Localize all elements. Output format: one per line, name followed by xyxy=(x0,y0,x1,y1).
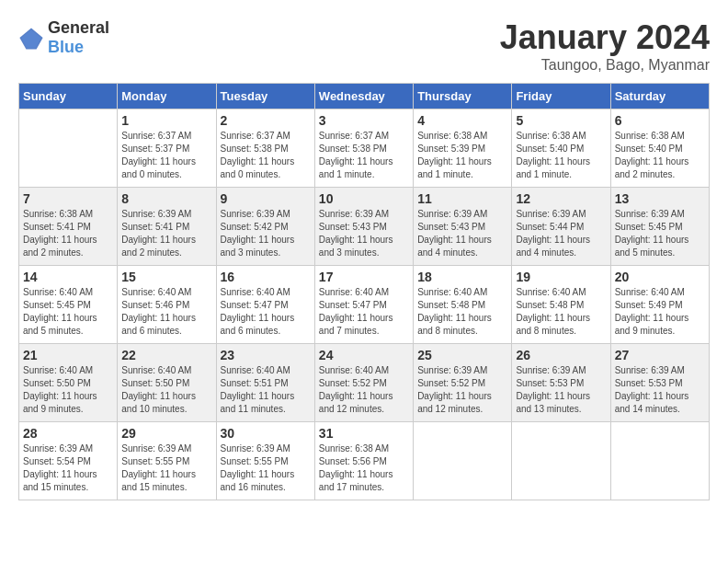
day-number: 4 xyxy=(417,113,507,128)
weekday-header-saturday: Saturday xyxy=(610,84,709,109)
day-number: 23 xyxy=(221,348,311,362)
calendar-cell: 16Sunrise: 6:40 AMSunset: 5:47 PMDayligh… xyxy=(216,266,314,344)
calendar-cell: 25Sunrise: 6:39 AMSunset: 5:52 PMDayligh… xyxy=(414,344,512,422)
day-info: Sunrise: 6:39 AMSunset: 5:44 PMDaylight:… xyxy=(516,208,606,259)
day-number: 14 xyxy=(23,270,113,284)
day-number: 16 xyxy=(221,270,311,284)
day-info: Sunrise: 6:40 AMSunset: 5:51 PMDaylight:… xyxy=(221,364,311,416)
day-info: Sunrise: 6:40 AMSunset: 5:45 PMDaylight:… xyxy=(23,286,113,338)
calendar-cell: 23Sunrise: 6:40 AMSunset: 5:51 PMDayligh… xyxy=(216,344,314,422)
day-number: 15 xyxy=(121,270,211,284)
day-info: Sunrise: 6:40 AMSunset: 5:49 PMDaylight:… xyxy=(615,286,705,338)
day-info: Sunrise: 6:38 AMSunset: 5:40 PMDaylight:… xyxy=(615,130,705,181)
day-info: Sunrise: 6:38 AMSunset: 5:41 PMDaylight:… xyxy=(23,208,113,259)
day-info: Sunrise: 6:39 AMSunset: 5:53 PMDaylight:… xyxy=(516,364,606,416)
day-number: 21 xyxy=(23,348,113,362)
day-info: Sunrise: 6:39 AMSunset: 5:43 PMDaylight:… xyxy=(319,208,409,259)
calendar-cell: 19Sunrise: 6:40 AMSunset: 5:48 PMDayligh… xyxy=(512,266,610,344)
day-number: 6 xyxy=(615,113,705,128)
day-info: Sunrise: 6:39 AMSunset: 5:55 PMDaylight:… xyxy=(121,442,211,494)
day-number: 8 xyxy=(121,191,211,206)
calendar-cell: 1Sunrise: 6:37 AMSunset: 5:37 PMDaylight… xyxy=(118,109,216,188)
day-number: 10 xyxy=(319,191,409,206)
calendar-cell xyxy=(19,109,118,188)
logo-general: General xyxy=(48,18,109,37)
logo-text: General Blue xyxy=(48,18,109,57)
calendar-cell: 9Sunrise: 6:39 AMSunset: 5:42 PMDaylight… xyxy=(216,188,314,266)
location-title: Taungoo, Bago, Myanmar xyxy=(500,57,710,74)
day-number: 3 xyxy=(319,113,409,128)
calendar-cell: 17Sunrise: 6:40 AMSunset: 5:47 PMDayligh… xyxy=(314,266,413,344)
day-number: 9 xyxy=(221,191,311,206)
day-info: Sunrise: 6:40 AMSunset: 5:48 PMDaylight:… xyxy=(417,286,507,338)
calendar-cell xyxy=(512,422,610,500)
calendar-cell: 5Sunrise: 6:38 AMSunset: 5:40 PMDaylight… xyxy=(512,109,610,188)
day-info: Sunrise: 6:39 AMSunset: 5:55 PMDaylight:… xyxy=(221,442,311,494)
day-number: 29 xyxy=(121,426,211,441)
weekday-header-tuesday: Tuesday xyxy=(216,84,314,109)
day-info: Sunrise: 6:37 AMSunset: 5:38 PMDaylight:… xyxy=(319,130,409,181)
calendar-week-row: 14Sunrise: 6:40 AMSunset: 5:45 PMDayligh… xyxy=(19,266,710,344)
calendar-cell: 15Sunrise: 6:40 AMSunset: 5:46 PMDayligh… xyxy=(118,266,216,344)
calendar-cell: 26Sunrise: 6:39 AMSunset: 5:53 PMDayligh… xyxy=(512,344,610,422)
weekday-header-wednesday: Wednesday xyxy=(314,84,413,109)
calendar-cell: 20Sunrise: 6:40 AMSunset: 5:49 PMDayligh… xyxy=(610,266,709,344)
calendar-cell: 7Sunrise: 6:38 AMSunset: 5:41 PMDaylight… xyxy=(19,188,118,266)
calendar-cell xyxy=(414,422,512,500)
weekday-header-thursday: Thursday xyxy=(414,84,512,109)
day-number: 24 xyxy=(319,348,409,362)
day-number: 22 xyxy=(121,348,211,362)
day-number: 30 xyxy=(221,426,311,441)
calendar-table: SundayMondayTuesdayWednesdayThursdayFrid… xyxy=(18,83,710,500)
day-info: Sunrise: 6:40 AMSunset: 5:48 PMDaylight:… xyxy=(516,286,606,338)
logo-blue: Blue xyxy=(48,38,84,56)
weekday-header-row: SundayMondayTuesdayWednesdayThursdayFrid… xyxy=(19,84,710,109)
day-info: Sunrise: 6:40 AMSunset: 5:47 PMDaylight:… xyxy=(221,286,311,338)
day-number: 2 xyxy=(221,113,311,128)
title-area: January 2024 Taungoo, Bago, Myanmar xyxy=(500,18,710,74)
weekday-header-friday: Friday xyxy=(512,84,610,109)
calendar-cell: 28Sunrise: 6:39 AMSunset: 5:54 PMDayligh… xyxy=(19,422,118,500)
day-number: 7 xyxy=(23,191,113,206)
calendar-cell: 8Sunrise: 6:39 AMSunset: 5:41 PMDaylight… xyxy=(118,188,216,266)
day-number: 26 xyxy=(516,348,606,362)
day-info: Sunrise: 6:40 AMSunset: 5:50 PMDaylight:… xyxy=(23,364,113,416)
calendar-cell: 13Sunrise: 6:39 AMSunset: 5:45 PMDayligh… xyxy=(610,188,709,266)
calendar-cell: 31Sunrise: 6:38 AMSunset: 5:56 PMDayligh… xyxy=(314,422,413,500)
calendar-cell: 14Sunrise: 6:40 AMSunset: 5:45 PMDayligh… xyxy=(19,266,118,344)
day-number: 31 xyxy=(319,426,409,441)
calendar-cell: 3Sunrise: 6:37 AMSunset: 5:38 PMDaylight… xyxy=(314,109,413,188)
day-info: Sunrise: 6:39 AMSunset: 5:53 PMDaylight:… xyxy=(615,364,705,416)
logo: General Blue xyxy=(18,18,109,57)
day-info: Sunrise: 6:40 AMSunset: 5:46 PMDaylight:… xyxy=(121,286,211,338)
day-number: 17 xyxy=(319,270,409,284)
calendar-cell: 11Sunrise: 6:39 AMSunset: 5:43 PMDayligh… xyxy=(414,188,512,266)
day-info: Sunrise: 6:40 AMSunset: 5:50 PMDaylight:… xyxy=(121,364,211,416)
day-info: Sunrise: 6:39 AMSunset: 5:41 PMDaylight:… xyxy=(121,208,211,259)
calendar-week-row: 1Sunrise: 6:37 AMSunset: 5:37 PMDaylight… xyxy=(19,109,710,188)
day-info: Sunrise: 6:38 AMSunset: 5:40 PMDaylight:… xyxy=(516,130,606,181)
calendar-week-row: 7Sunrise: 6:38 AMSunset: 5:41 PMDaylight… xyxy=(19,188,710,266)
day-info: Sunrise: 6:39 AMSunset: 5:42 PMDaylight:… xyxy=(221,208,311,259)
day-info: Sunrise: 6:39 AMSunset: 5:43 PMDaylight:… xyxy=(417,208,507,259)
day-info: Sunrise: 6:38 AMSunset: 5:56 PMDaylight:… xyxy=(319,442,409,494)
day-number: 13 xyxy=(615,191,705,206)
day-number: 20 xyxy=(615,270,705,284)
calendar-cell: 27Sunrise: 6:39 AMSunset: 5:53 PMDayligh… xyxy=(610,344,709,422)
calendar-cell: 10Sunrise: 6:39 AMSunset: 5:43 PMDayligh… xyxy=(314,188,413,266)
day-number: 27 xyxy=(615,348,705,362)
calendar-cell: 24Sunrise: 6:40 AMSunset: 5:52 PMDayligh… xyxy=(314,344,413,422)
day-info: Sunrise: 6:37 AMSunset: 5:37 PMDaylight:… xyxy=(121,130,211,181)
calendar-cell: 18Sunrise: 6:40 AMSunset: 5:48 PMDayligh… xyxy=(414,266,512,344)
day-number: 28 xyxy=(23,426,113,441)
day-number: 18 xyxy=(417,270,507,284)
header: General Blue January 2024 Taungoo, Bago,… xyxy=(18,18,710,74)
day-info: Sunrise: 6:37 AMSunset: 5:38 PMDaylight:… xyxy=(221,130,311,181)
day-number: 25 xyxy=(417,348,507,362)
calendar-cell: 22Sunrise: 6:40 AMSunset: 5:50 PMDayligh… xyxy=(118,344,216,422)
day-number: 11 xyxy=(417,191,507,206)
day-number: 12 xyxy=(516,191,606,206)
calendar-week-row: 28Sunrise: 6:39 AMSunset: 5:54 PMDayligh… xyxy=(19,422,710,500)
calendar-cell: 21Sunrise: 6:40 AMSunset: 5:50 PMDayligh… xyxy=(19,344,118,422)
calendar-cell: 6Sunrise: 6:38 AMSunset: 5:40 PMDaylight… xyxy=(610,109,709,188)
